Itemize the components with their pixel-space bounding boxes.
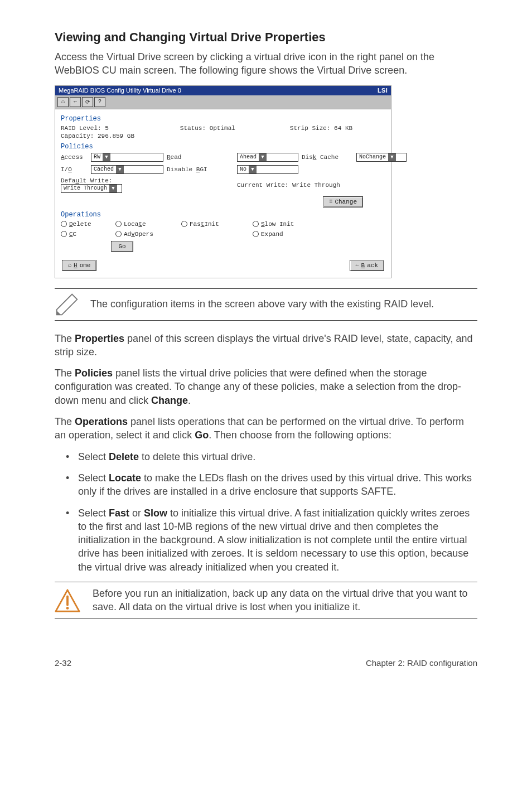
read-label: Read xyxy=(167,154,234,161)
properties-paragraph: The Properties panel of this screen disp… xyxy=(55,332,477,359)
op-locate[interactable]: Locate xyxy=(115,221,177,228)
apply-icon: ≡ xyxy=(329,199,332,205)
access-label: Access xyxy=(61,154,88,161)
back-button[interactable]: ←Back xyxy=(350,260,384,271)
io-label: I/O xyxy=(61,166,88,173)
default-write-label: Default Write: Write Through▼ xyxy=(61,177,163,193)
current-write-value: Current Write: Write Through xyxy=(237,182,407,189)
back-icon: ← xyxy=(356,262,359,268)
op-cc[interactable]: CC xyxy=(61,231,111,238)
chevron-down-icon: ▼ xyxy=(116,166,124,173)
svg-point-5 xyxy=(66,607,69,610)
home-button[interactable]: ⌂Home xyxy=(62,260,96,271)
status-value: Status: Optimal xyxy=(180,125,235,132)
window-titlebar: MegaRAID BIOS Config Utility Virtual Dri… xyxy=(55,86,391,95)
access-select[interactable]: RW▼ xyxy=(91,153,163,162)
disable-bgi-select[interactable]: No▼ xyxy=(237,165,298,174)
chevron-down-icon: ▼ xyxy=(103,153,110,161)
page-footer: 2-32 Chapter 2: RAID configuration xyxy=(55,658,477,668)
list-item: Select Fast or Slow to initialize this v… xyxy=(69,506,477,574)
operations-panel-label: Operations xyxy=(61,211,385,219)
op-delete[interactable]: Delete xyxy=(61,221,111,228)
virtual-drive-screenshot: MegaRAID BIOS Config Utility Virtual Dri… xyxy=(55,85,477,278)
disable-bgi-label: Disable BGI xyxy=(167,166,234,173)
warning-note: Before you run an initialization, back u… xyxy=(55,582,477,619)
section-heading: Viewing and Changing Virtual Drive Prope… xyxy=(55,30,477,45)
chevron-down-icon: ▼ xyxy=(249,166,257,173)
capacity-value: Capacity: 296.859 GB xyxy=(61,133,134,139)
op-expand[interactable]: Expand xyxy=(253,231,320,238)
refresh-icon[interactable]: ⟳ xyxy=(82,97,93,107)
pencil-icon xyxy=(55,292,79,317)
window-title: MegaRAID BIOS Config Utility Virtual Dri… xyxy=(59,87,181,94)
policies-panel-label: Policies xyxy=(61,143,385,151)
back-icon[interactable]: ← xyxy=(70,97,81,107)
default-write-select[interactable]: Write Through▼ xyxy=(61,184,122,193)
home-icon[interactable]: ⌂ xyxy=(57,97,69,107)
io-select[interactable]: Cached▼ xyxy=(91,165,163,174)
info-note: The configuration items in the screen ab… xyxy=(55,288,477,321)
list-item: Select Locate to make the LEDs flash on … xyxy=(69,471,477,499)
warning-note-text: Before you run an initialization, back u… xyxy=(93,587,477,614)
properties-panel-label: Properties xyxy=(61,115,385,123)
home-icon: ⌂ xyxy=(68,262,71,268)
intro-paragraph: Access the Virtual Drive screen by click… xyxy=(55,50,477,78)
chevron-down-icon: ▼ xyxy=(109,185,117,192)
op-slow-init[interactable]: Slow Init xyxy=(253,221,320,228)
op-fast-init[interactable]: Fast Init xyxy=(181,221,248,228)
raid-level: RAID Level: 5 xyxy=(61,125,109,132)
disk-cache-select[interactable]: NoChange▼ xyxy=(356,153,407,162)
list-item: Select Delete to delete this virtual dri… xyxy=(69,450,477,463)
footer-chapter: Chapter 2: RAID configuration xyxy=(366,658,477,668)
op-adv-opers[interactable]: Adv Opers xyxy=(115,231,177,238)
window-brand: LSI xyxy=(378,87,388,94)
policies-paragraph: The Policies panel lists the virtual dri… xyxy=(55,366,477,407)
help-icon[interactable]: ? xyxy=(94,97,105,107)
app-window: MegaRAID BIOS Config Utility Virtual Dri… xyxy=(55,85,391,278)
strip-size: Strip Size: 64 KB xyxy=(290,125,352,132)
chevron-down-icon: ▼ xyxy=(259,153,267,161)
svg-marker-0 xyxy=(57,294,78,315)
info-note-text: The configuration items in the screen ab… xyxy=(90,298,434,310)
change-button[interactable]: ≡Change xyxy=(323,196,363,207)
window-toolbar: ⌂ ← ⟳ ? xyxy=(55,95,391,109)
options-list: Select Delete to delete this virtual dri… xyxy=(55,450,477,574)
svg-line-1 xyxy=(60,296,70,306)
operations-paragraph: The Operations panel lists operations th… xyxy=(55,415,477,442)
chevron-down-icon: ▼ xyxy=(388,153,396,161)
disk-cache-label: Disk Cache xyxy=(302,154,353,161)
warning-icon xyxy=(55,588,80,613)
read-select[interactable]: Ahead▼ xyxy=(237,153,298,162)
svg-marker-2 xyxy=(57,311,61,315)
footer-page-number: 2-32 xyxy=(55,658,71,668)
go-button[interactable]: Go xyxy=(111,241,133,252)
